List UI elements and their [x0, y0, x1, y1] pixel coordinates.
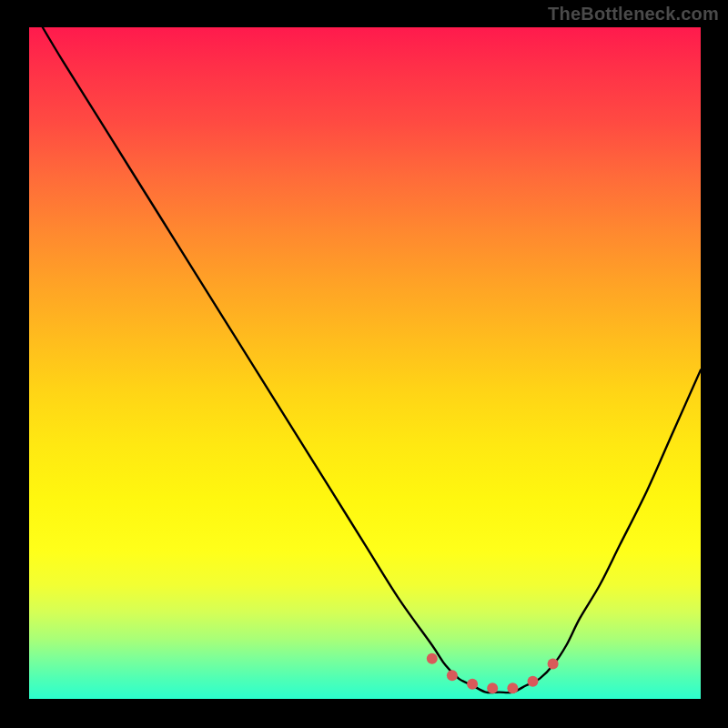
- chart-container: TheBottleneck.com: [0, 0, 728, 728]
- curve-layer: [29, 27, 701, 699]
- curve-marker: [528, 676, 539, 687]
- curve-marker: [427, 653, 438, 664]
- watermark-text: TheBottleneck.com: [548, 4, 719, 25]
- curve-marker: [447, 670, 458, 681]
- curve-marker: [487, 682, 498, 693]
- plot-area: [29, 27, 701, 699]
- curve-markers: [427, 653, 559, 694]
- curve-marker: [467, 679, 478, 690]
- curve-marker: [507, 682, 518, 693]
- curve-marker: [548, 659, 559, 670]
- bottleneck-curve-line: [43, 27, 701, 693]
